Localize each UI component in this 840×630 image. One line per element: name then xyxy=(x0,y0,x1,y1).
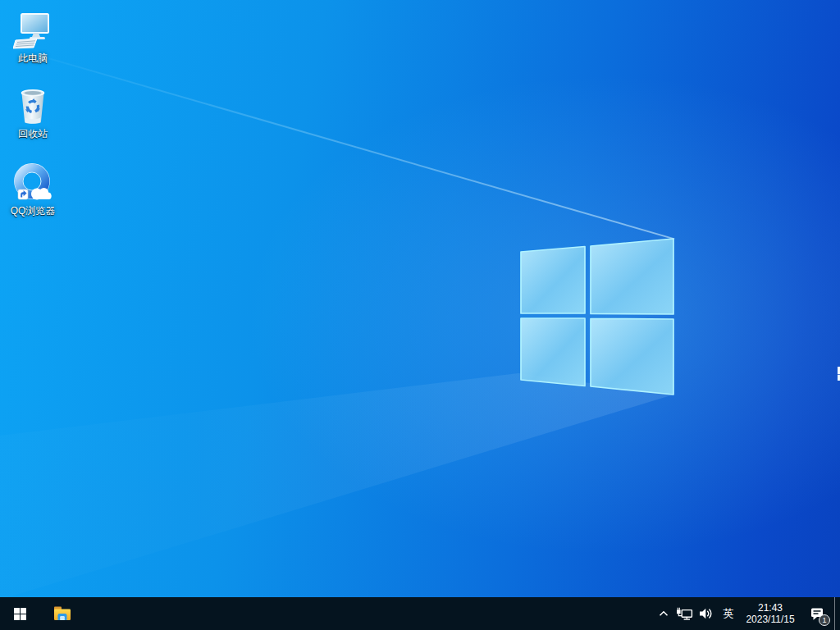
desktop-icon-label: 此电脑 xyxy=(18,53,48,64)
taskbar: 英 21:43 2023/11/15 1 xyxy=(0,597,840,630)
network-tray-button[interactable] xyxy=(673,597,695,630)
desktop-icon-label: QQ浏览器 xyxy=(11,206,56,217)
start-button[interactable] xyxy=(0,597,39,630)
this-pc-icon xyxy=(11,10,54,52)
desktop: 此电脑 回收站 xyxy=(0,0,840,630)
clock-time: 21:43 xyxy=(758,602,783,614)
desktop-icon-recycle-bin[interactable]: 回收站 xyxy=(1,85,65,156)
desktop-icon-qq-browser[interactable]: QQ浏览器 xyxy=(1,162,65,233)
ethernet-network-icon xyxy=(676,607,693,621)
file-explorer-button[interactable] xyxy=(43,597,82,630)
language-indicator[interactable]: 英 xyxy=(716,597,741,630)
file-explorer-icon xyxy=(52,604,72,623)
volume-tray-button[interactable] xyxy=(695,597,716,630)
taskbar-clock[interactable]: 21:43 2023/11/15 xyxy=(741,597,800,630)
chevron-up-icon xyxy=(659,610,669,617)
desktop-icon-this-pc[interactable]: 此电脑 xyxy=(1,10,65,80)
qq-browser-icon xyxy=(11,162,54,205)
windows-start-icon xyxy=(14,608,26,620)
show-desktop-button[interactable] xyxy=(834,597,840,630)
volume-icon xyxy=(699,607,713,620)
desktop-icon-label: 回收站 xyxy=(18,129,48,139)
system-tray: 英 21:43 2023/11/15 1 xyxy=(654,597,840,630)
tray-expand-button[interactable] xyxy=(654,597,673,630)
recycle-bin-icon xyxy=(11,85,54,128)
taskbar-empty-area xyxy=(82,597,654,630)
notification-badge: 1 xyxy=(819,614,830,626)
action-center-button[interactable]: 1 xyxy=(800,597,834,630)
clock-date: 2023/11/15 xyxy=(746,614,794,625)
windows-logo xyxy=(0,0,840,630)
